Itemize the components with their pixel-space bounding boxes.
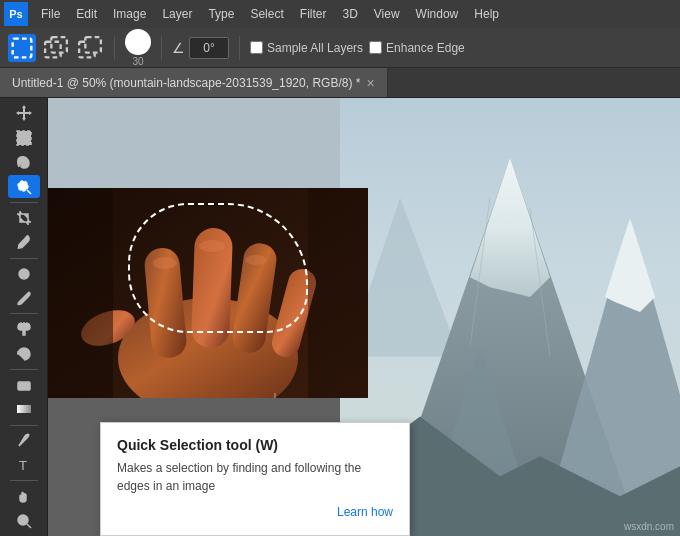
svg-rect-4 [85,37,101,53]
svg-rect-5 [17,131,31,145]
separator-1 [114,36,115,60]
svg-rect-15 [17,405,31,413]
pen-tool[interactable] [8,429,40,451]
brush-tool[interactable] [8,287,40,309]
crop-tool[interactable] [8,207,40,229]
new-selection-btn[interactable] [8,34,36,62]
gradient-tool[interactable] [8,398,40,420]
enhance-edge-checkbox[interactable] [369,41,382,54]
watermark: wsxdn.com [624,521,674,532]
text-tool[interactable]: T [8,454,40,476]
menu-filter[interactable]: Filter [293,5,334,23]
menu-image[interactable]: Image [106,5,153,23]
toolbar-separator-6 [10,480,38,481]
zoom-tool[interactable] [8,509,40,531]
sample-all-layers-label: Sample All Layers [267,41,363,55]
angle-input[interactable] [189,37,229,59]
brush-size-label: 30 [132,56,143,67]
svg-rect-1 [45,41,61,57]
healing-brush-tool[interactable] [8,262,40,284]
move-tool[interactable] [8,102,40,124]
menu-file[interactable]: File [34,5,67,23]
toolbar-separator-3 [10,313,38,314]
menu-help[interactable]: Help [467,5,506,23]
history-brush-tool[interactable] [8,342,40,364]
menu-3d[interactable]: 3D [335,5,364,23]
svg-point-8 [21,184,25,188]
tooltip-panel: Quick Selection tool (W) Makes a selecti… [100,422,410,536]
options-bar: 30 ∠ Sample All Layers Enhance Edge [0,28,680,68]
doc-tab-title: Untitled-1 @ 50% (mountain-landscape-203… [12,76,360,90]
angle-control: ∠ [172,37,229,59]
eyedropper-tool[interactable] [8,231,40,253]
quick-selection-tool[interactable] [8,175,40,197]
eraser-tool[interactable] [8,374,40,396]
tooltip-description: Makes a selection by finding and followi… [117,459,393,495]
rectangular-marquee-tool[interactable] [8,126,40,148]
lasso-tool[interactable] [8,151,40,173]
left-toolbar: T [0,98,48,536]
sample-all-layers-checkbox[interactable] [250,41,263,54]
sample-all-layers-option[interactable]: Sample All Layers [250,41,363,55]
tooltip-learn-how-link[interactable]: Learn how [117,505,393,519]
svg-line-19 [27,524,31,528]
menu-window[interactable]: Window [409,5,466,23]
toolbar-separator-5 [10,425,38,426]
workspace: T [0,98,680,536]
separator-3 [239,36,240,60]
svg-point-41 [245,255,267,265]
svg-point-40 [199,240,225,252]
enhance-edge-option[interactable]: Enhance Edge [369,41,465,55]
doc-tab-close[interactable]: × [366,76,374,90]
hands-image [48,188,368,398]
canvas-area[interactable]: Quick Selection tool (W) Makes a selecti… [48,98,680,536]
svg-rect-2 [51,37,67,53]
menu-edit[interactable]: Edit [69,5,104,23]
brush-circle[interactable] [125,29,151,55]
menu-view[interactable]: View [367,5,407,23]
menu-layer[interactable]: Layer [155,5,199,23]
svg-line-7 [27,190,31,194]
document-tab[interactable]: Untitled-1 @ 50% (mountain-landscape-203… [0,68,388,97]
tooltip-title: Quick Selection tool (W) [117,437,393,453]
hand-tool[interactable] [8,485,40,507]
separator-2 [161,36,162,60]
menu-select[interactable]: Select [243,5,290,23]
svg-point-39 [153,257,177,269]
svg-point-9 [17,246,19,248]
toolbar-separator-1 [10,202,38,203]
toolbar-separator-2 [10,258,38,259]
subtract-selection-btn[interactable] [76,34,104,62]
brush-size-control[interactable]: 30 [125,29,151,67]
svg-text:T: T [19,458,27,473]
toolbar-separator-4 [10,369,38,370]
app-logo: Ps [4,2,28,26]
svg-rect-42 [48,188,113,398]
clone-stamp-tool[interactable] [8,318,40,340]
hands-svg [48,188,368,398]
menu-type[interactable]: Type [201,5,241,23]
angle-symbol: ∠ [172,40,185,56]
add-selection-btn[interactable] [42,34,70,62]
svg-point-16 [26,433,29,436]
tab-bar: Untitled-1 @ 50% (mountain-landscape-203… [0,68,680,98]
svg-rect-43 [308,188,368,398]
svg-rect-0 [13,38,32,57]
menu-bar: Ps File Edit Image Layer Type Select Fil… [0,0,680,28]
enhance-edge-label: Enhance Edge [386,41,465,55]
